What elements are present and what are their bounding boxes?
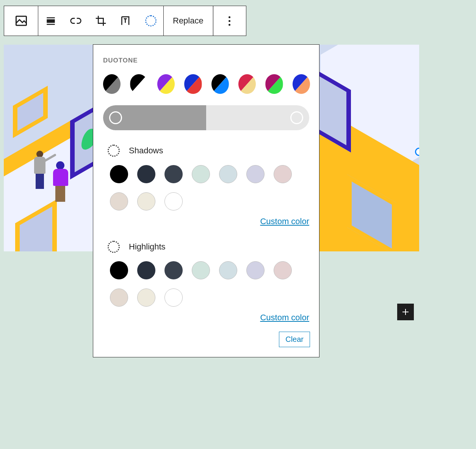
- highlights-swatch-5[interactable]: [246, 261, 265, 279]
- shadows-swatch-grid: [102, 165, 299, 210]
- shadows-label: Shadows: [129, 146, 163, 156]
- shadows-swatch-3[interactable]: [192, 165, 210, 183]
- duotone-title: Duotone: [103, 57, 310, 64]
- duotone-preset-4[interactable]: [211, 74, 229, 94]
- align-icon: [45, 15, 57, 27]
- block-type-image-button[interactable]: [4, 6, 38, 36]
- add-block-button[interactable]: [397, 304, 414, 320]
- highlights-label: Highlights: [129, 242, 166, 252]
- block-toolbar: Replace: [4, 6, 246, 36]
- highlights-swatch-6[interactable]: [274, 261, 292, 279]
- highlights-swatch-8[interactable]: [137, 288, 155, 307]
- shadows-custom-color-link[interactable]: Custom color: [260, 217, 309, 226]
- duotone-toolbar-button[interactable]: [138, 6, 163, 36]
- shadows-swatch-2[interactable]: [164, 165, 183, 183]
- highlights-swatch-1[interactable]: [137, 261, 155, 279]
- duotone-popover: Duotone Shadows Custom color Highlights …: [93, 44, 319, 357]
- link-icon: [70, 15, 82, 27]
- duotone-preset-3[interactable]: [184, 74, 202, 94]
- illustration-person: [34, 151, 46, 189]
- duotone-gradient-bar[interactable]: [103, 105, 309, 130]
- kebab-icon: [229, 16, 230, 26]
- illustration-person: [53, 161, 67, 202]
- shadows-swatch-8[interactable]: [137, 192, 155, 210]
- duotone-icon: [145, 15, 157, 27]
- highlights-section-header: Highlights: [108, 241, 310, 253]
- replace-label: Replace: [173, 16, 204, 26]
- shadows-swatch-5[interactable]: [246, 165, 265, 183]
- highlights-swatch-grid: [102, 261, 299, 307]
- crop-icon: [95, 15, 107, 27]
- clear-button[interactable]: Clear: [279, 332, 310, 347]
- plus-icon: [401, 307, 410, 316]
- duotone-preset-2[interactable]: [157, 74, 175, 94]
- shadows-swatch-7[interactable]: [110, 192, 128, 210]
- shadows-swatch-6[interactable]: [274, 165, 292, 183]
- shadows-swatch-1[interactable]: [137, 165, 155, 183]
- highlights-swatch-4[interactable]: [219, 261, 237, 279]
- duotone-preset-5[interactable]: [238, 74, 256, 94]
- duotone-preset-0[interactable]: [103, 74, 121, 94]
- highlights-swatch-3[interactable]: [192, 261, 210, 279]
- shadows-swatch-4[interactable]: [219, 165, 237, 183]
- shadows-swatch-9[interactable]: [164, 192, 183, 210]
- align-button[interactable]: [38, 6, 63, 36]
- highlights-swatch-9[interactable]: [164, 288, 183, 307]
- duotone-preset-row: [102, 74, 310, 94]
- more-options-button[interactable]: [213, 6, 246, 36]
- gradient-highlight-handle[interactable]: [290, 111, 303, 124]
- replace-button[interactable]: Replace: [163, 6, 213, 36]
- image-icon: [14, 14, 28, 28]
- empty-swatch-icon: [108, 145, 120, 157]
- duotone-preset-6[interactable]: [265, 74, 283, 94]
- duotone-preset-1[interactable]: [130, 74, 147, 94]
- crop-button[interactable]: [88, 6, 113, 36]
- link-button[interactable]: [63, 6, 88, 36]
- shadows-section-header: Shadows: [108, 145, 310, 157]
- shadows-swatch-0[interactable]: [110, 165, 128, 183]
- highlights-custom-color-link[interactable]: Custom color: [260, 313, 309, 322]
- highlights-swatch-7[interactable]: [110, 288, 128, 307]
- highlights-swatch-0[interactable]: [110, 261, 128, 279]
- svg-rect-2: [47, 19, 55, 23]
- gradient-shadow-handle[interactable]: [109, 111, 122, 124]
- text-overlay-button[interactable]: [113, 6, 138, 36]
- empty-swatch-icon: [108, 241, 120, 253]
- duotone-preset-7[interactable]: [293, 74, 310, 94]
- highlights-swatch-2[interactable]: [164, 261, 183, 279]
- text-overlay-icon: [120, 15, 132, 27]
